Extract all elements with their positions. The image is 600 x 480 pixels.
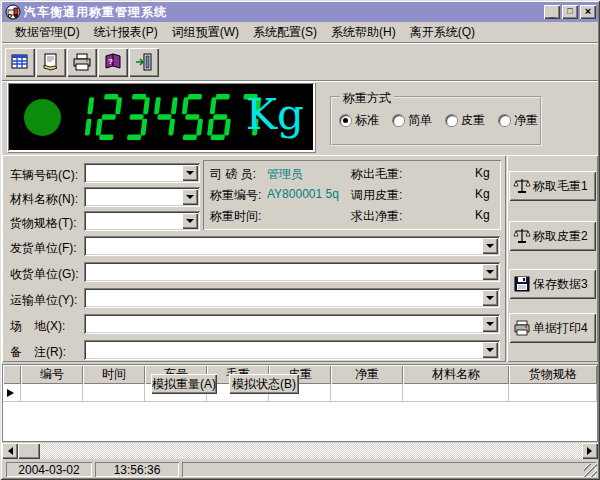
- remark-label: 备 注(R):: [10, 344, 66, 361]
- radio-circle-icon: [393, 115, 404, 126]
- vehicle-number-combo[interactable]: [84, 163, 200, 183]
- window-title: 汽车衡通用称重管理系统: [24, 4, 542, 21]
- dropdown-arrow-icon[interactable]: [482, 238, 498, 254]
- operator-value: 管理员: [267, 166, 303, 183]
- col-header-net: 净重: [331, 365, 403, 384]
- material-name-label: 材料名称(N):: [10, 191, 78, 208]
- radio-standard[interactable]: 标准: [340, 112, 379, 129]
- maximize-button[interactable]: □: [562, 5, 578, 19]
- combo-value: [88, 317, 480, 331]
- radio-net[interactable]: 净重: [499, 112, 538, 129]
- menu-system-help[interactable]: 系统帮助(H): [324, 22, 403, 43]
- title-bar[interactable]: 汽车衡通用称重管理系统 _ □ ×: [2, 2, 598, 22]
- tare-unit: Kg: [475, 187, 490, 201]
- receiver-unit-combo[interactable]: [84, 262, 500, 282]
- save-data-button[interactable]: 保存数据3: [509, 269, 596, 299]
- sender-unit-label: 发货单位(F):: [10, 240, 77, 257]
- status-empty-panel: [182, 462, 596, 477]
- divider: [2, 80, 598, 82]
- scroll-right-button[interactable]: [582, 443, 598, 459]
- menu-data-management[interactable]: 数据管理(D): [8, 22, 87, 43]
- combo-value: [88, 166, 180, 180]
- col-header-number: 编号: [21, 365, 83, 384]
- dropdown-arrow-icon[interactable]: [182, 213, 198, 229]
- toolbar-exit-button[interactable]: [129, 48, 159, 77]
- row-arrow-icon: [7, 389, 18, 397]
- horizontal-scrollbar[interactable]: [2, 443, 598, 459]
- vehicle-number-label: 车辆号码(C):: [10, 167, 78, 184]
- remark-combo[interactable]: [84, 340, 500, 360]
- toolbar: ?: [2, 45, 598, 79]
- menu-bar: 数据管理(D) 统计报表(P) 词组预置(W) 系统配置(S) 系统帮助(H) …: [2, 22, 598, 42]
- scale-icon: [513, 227, 531, 245]
- radio-simple[interactable]: 简单: [393, 112, 432, 129]
- simulate-weight-button[interactable]: 模拟重量(A): [151, 374, 217, 394]
- cell-time: [83, 384, 145, 402]
- data-grid-icon: [10, 52, 30, 72]
- weigh-no-value: AY800001 5q: [267, 187, 339, 201]
- menu-statistics-report[interactable]: 统计报表(P): [87, 22, 165, 43]
- goods-spec-combo[interactable]: [84, 211, 200, 231]
- table-row[interactable]: [3, 384, 597, 402]
- action-button-panel: 称取毛重1 称取皮重2 保存数据3: [507, 155, 598, 362]
- dropdown-arrow-icon[interactable]: [482, 264, 498, 280]
- scale-icon: [513, 177, 531, 195]
- cell-number: [21, 384, 83, 402]
- menu-exit-system[interactable]: 离开系统(Q): [403, 22, 482, 43]
- transport-unit-label: 运输单位(Y):: [10, 292, 77, 309]
- radio-tare[interactable]: 皮重: [446, 112, 485, 129]
- site-combo[interactable]: [84, 314, 500, 334]
- toolbar-data-grid-button[interactable]: [5, 48, 35, 77]
- dropdown-arrow-icon[interactable]: [182, 189, 198, 205]
- resize-grip[interactable]: [584, 464, 597, 477]
- weigh-gross-button[interactable]: 称取毛重1: [509, 171, 596, 201]
- exit-door-icon: [134, 52, 154, 72]
- scroll-left-button[interactable]: [2, 443, 18, 459]
- tare-weight-label: 调用皮重:: [351, 187, 402, 204]
- menu-phrase-preset[interactable]: 词组预置(W): [165, 22, 246, 43]
- site-label: 场 地(X):: [10, 318, 65, 335]
- table-header-row: 编号 时间 车号 毛重 皮重 净重 材料名称 货物规格: [3, 365, 597, 384]
- col-header-time: 时间: [83, 365, 145, 384]
- gross-weight-label: 称出毛重:: [351, 166, 402, 183]
- net-unit: Kg: [475, 208, 490, 222]
- radio-circle-icon: [499, 115, 510, 126]
- led-unit-label: Kg: [246, 89, 304, 141]
- dropdown-arrow-icon[interactable]: [482, 316, 498, 332]
- led-weight-value: [70, 94, 260, 143]
- dropdown-arrow-icon[interactable]: [182, 165, 198, 181]
- toolbar-print-button[interactable]: [67, 48, 97, 77]
- material-name-combo[interactable]: [84, 187, 200, 207]
- dropdown-arrow-icon[interactable]: [482, 342, 498, 358]
- transport-unit-combo[interactable]: [84, 288, 500, 308]
- net-weight-label: 求出净重:: [351, 208, 402, 225]
- simulate-status-button[interactable]: 模拟状态(B): [229, 374, 299, 394]
- close-button[interactable]: ×: [580, 5, 596, 19]
- current-row-marker: [3, 384, 21, 402]
- combo-value: [88, 214, 180, 228]
- status-bar: 2004-03-02 13:56:36: [2, 461, 598, 478]
- radio-circle-icon: [446, 115, 457, 126]
- cell-net: [331, 384, 403, 402]
- weigh-mode-options: 标准 简单 皮重 净重: [340, 112, 538, 129]
- toolbar-report-preview-button[interactable]: [36, 48, 66, 77]
- status-time: 13:56:36: [95, 462, 179, 477]
- menu-system-config[interactable]: 系统配置(S): [246, 22, 324, 43]
- status-date: 2004-03-02: [6, 462, 92, 477]
- scrollbar-thumb[interactable]: [18, 443, 40, 459]
- toolbar-help-button[interactable]: ?: [98, 48, 128, 77]
- dropdown-arrow-icon[interactable]: [482, 290, 498, 306]
- button-label: 称取毛重1: [533, 178, 588, 195]
- print-receipt-button[interactable]: 单据打印4: [509, 313, 596, 343]
- radio-label: 标准: [355, 112, 379, 129]
- minimize-button[interactable]: _: [544, 5, 560, 19]
- col-header-material: 材料名称: [403, 365, 509, 384]
- button-label: 称取皮重2: [533, 228, 588, 245]
- weigh-mode-title: 称重方式: [340, 90, 394, 107]
- stable-lamp-indicator: [24, 99, 61, 136]
- weigh-info-panel: 司 磅 员: 管理员 称出毛重: Kg 称重编号: AY800001 5q 调用…: [203, 160, 501, 230]
- app-window: 汽车衡通用称重管理系统 _ □ × 数据管理(D) 统计报表(P) 词组预置(W…: [0, 0, 600, 480]
- weigh-tare-button[interactable]: 称取皮重2: [509, 221, 596, 251]
- sender-unit-combo[interactable]: [84, 236, 500, 256]
- radio-circle-icon: [340, 115, 351, 126]
